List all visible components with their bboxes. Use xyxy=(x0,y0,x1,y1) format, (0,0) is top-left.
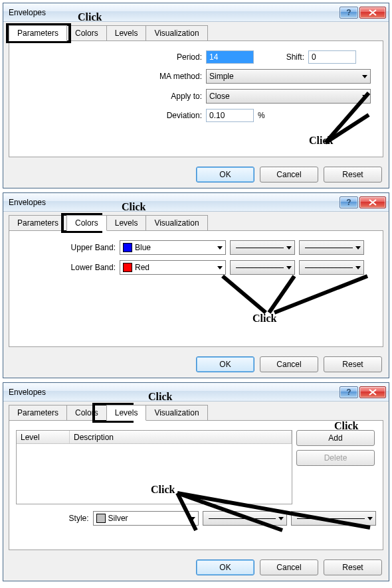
levels-listbox[interactable]: Level Description xyxy=(16,430,292,504)
dialog-levels: Envelopes ? Parameters Colors Levels Vis… xyxy=(3,382,389,581)
lower-color-value: Red xyxy=(135,263,149,272)
col-description[interactable]: Description xyxy=(70,431,292,443)
chevron-down-icon xyxy=(286,246,292,250)
titlebar: Envelopes ? xyxy=(3,193,389,212)
style-color-dropdown[interactable]: Silver xyxy=(93,511,199,526)
ma-label: MA method: xyxy=(16,72,202,81)
add-button[interactable]: Add xyxy=(296,430,375,446)
period-label: Period: xyxy=(16,52,202,62)
tab-levels[interactable]: Levels xyxy=(106,25,147,41)
tab-visualization[interactable]: Visualization xyxy=(146,215,207,231)
tab-visualization[interactable]: Visualization xyxy=(146,405,207,421)
lower-style-dropdown[interactable] xyxy=(299,260,364,275)
upper-band-label: Upper Band: xyxy=(16,243,116,252)
close-button[interactable] xyxy=(359,196,386,208)
titlebar: Envelopes ? xyxy=(3,383,389,402)
reset-button[interactable]: Reset xyxy=(324,559,382,575)
delete-button[interactable]: Delete xyxy=(296,450,375,466)
line-preview xyxy=(305,267,353,268)
button-row: OK Cancel Reset xyxy=(3,163,389,186)
tabs: Parameters Colors Levels Visualization xyxy=(3,402,389,420)
tab-colors[interactable]: Colors xyxy=(66,25,107,41)
reset-button[interactable]: Reset xyxy=(324,167,382,183)
tab-parameters[interactable]: Parameters xyxy=(9,25,67,41)
style-line-dropdown[interactable] xyxy=(291,511,376,526)
ma-dropdown[interactable]: Simple xyxy=(206,69,371,84)
titlebar: Envelopes ? xyxy=(3,3,389,22)
line-preview xyxy=(209,518,276,519)
color-swatch-blue xyxy=(123,243,132,252)
upper-style-dropdown[interactable] xyxy=(299,240,364,255)
list-header: Level Description xyxy=(17,431,292,444)
percent-label: % xyxy=(258,111,265,120)
apply-dropdown[interactable]: Close xyxy=(206,89,371,104)
button-row: OK Cancel Reset xyxy=(3,352,389,376)
chevron-down-icon xyxy=(190,517,195,520)
line-preview xyxy=(236,248,284,248)
line-preview xyxy=(236,267,284,268)
line-preview xyxy=(297,518,365,519)
deviation-label: Deviation: xyxy=(16,111,202,120)
apply-value: Close xyxy=(209,92,230,101)
ok-button[interactable]: OK xyxy=(196,559,254,575)
dialog-colors: Envelopes ? Parameters Colors Levels Vis… xyxy=(3,192,389,378)
tab-content: Period: Shift: MA method: Simple Apply t… xyxy=(9,40,383,157)
period-input[interactable] xyxy=(206,50,254,64)
chevron-down-icon xyxy=(367,517,373,520)
upper-color-value: Blue xyxy=(135,243,151,252)
reset-button[interactable]: Reset xyxy=(324,356,382,372)
tab-levels[interactable]: Levels xyxy=(106,215,147,231)
chevron-down-icon xyxy=(355,246,361,250)
tabs: Parameters Colors Levels Visualization xyxy=(3,22,389,40)
tab-parameters[interactable]: Parameters xyxy=(9,215,67,231)
apply-label: Apply to: xyxy=(16,92,202,101)
style-label: Style: xyxy=(16,514,89,523)
chevron-down-icon xyxy=(278,517,284,520)
window-title: Envelopes xyxy=(9,388,46,397)
lower-width-dropdown[interactable] xyxy=(230,260,295,275)
tab-visualization[interactable]: Visualization xyxy=(146,25,207,41)
upper-width-dropdown[interactable] xyxy=(230,240,295,255)
tabs: Parameters Colors Levels Visualization xyxy=(3,212,389,230)
style-color-value: Silver xyxy=(108,514,128,523)
chevron-down-icon xyxy=(362,75,367,78)
tab-parameters[interactable]: Parameters xyxy=(9,405,67,421)
help-button[interactable]: ? xyxy=(340,386,358,398)
chevron-down-icon xyxy=(286,266,292,269)
tab-levels[interactable]: Levels xyxy=(106,405,147,421)
ok-button[interactable]: OK xyxy=(196,356,254,372)
col-level[interactable]: Level xyxy=(17,431,70,443)
tab-colors[interactable]: Colors xyxy=(66,215,107,231)
ma-value: Simple xyxy=(209,72,234,81)
chevron-down-icon xyxy=(217,266,223,269)
chevron-down-icon xyxy=(217,246,223,250)
help-button[interactable]: ? xyxy=(340,7,358,19)
chevron-down-icon xyxy=(355,266,361,269)
ok-button[interactable]: OK xyxy=(196,167,254,183)
color-swatch-red xyxy=(123,263,132,272)
upper-color-dropdown[interactable]: Blue xyxy=(120,240,226,255)
button-row: OK Cancel Reset xyxy=(3,555,389,579)
close-button[interactable] xyxy=(359,7,386,19)
tab-content: Upper Band: Blue Lower Band: Red xyxy=(9,230,383,347)
cancel-button[interactable]: Cancel xyxy=(260,559,318,575)
tab-colors[interactable]: Colors xyxy=(66,405,107,421)
help-button[interactable]: ? xyxy=(340,196,358,208)
color-swatch-silver xyxy=(96,514,106,523)
tab-content: Level Description Add Delete Style: Silv… xyxy=(9,420,383,550)
cancel-button[interactable]: Cancel xyxy=(260,167,318,183)
chevron-down-icon xyxy=(362,95,367,98)
style-width-dropdown[interactable] xyxy=(203,511,288,526)
shift-label: Shift: xyxy=(258,52,304,62)
line-preview xyxy=(305,248,353,248)
lower-band-label: Lower Band: xyxy=(16,263,116,272)
deviation-input[interactable] xyxy=(206,109,254,122)
cancel-button[interactable]: Cancel xyxy=(260,356,318,372)
window-title: Envelopes xyxy=(9,198,46,207)
window-title: Envelopes xyxy=(9,8,46,17)
close-button[interactable] xyxy=(359,386,386,398)
dialog-parameters: Envelopes ? Parameters Colors Levels Vis… xyxy=(3,3,389,188)
shift-input[interactable] xyxy=(308,50,356,64)
lower-color-dropdown[interactable]: Red xyxy=(120,260,226,275)
